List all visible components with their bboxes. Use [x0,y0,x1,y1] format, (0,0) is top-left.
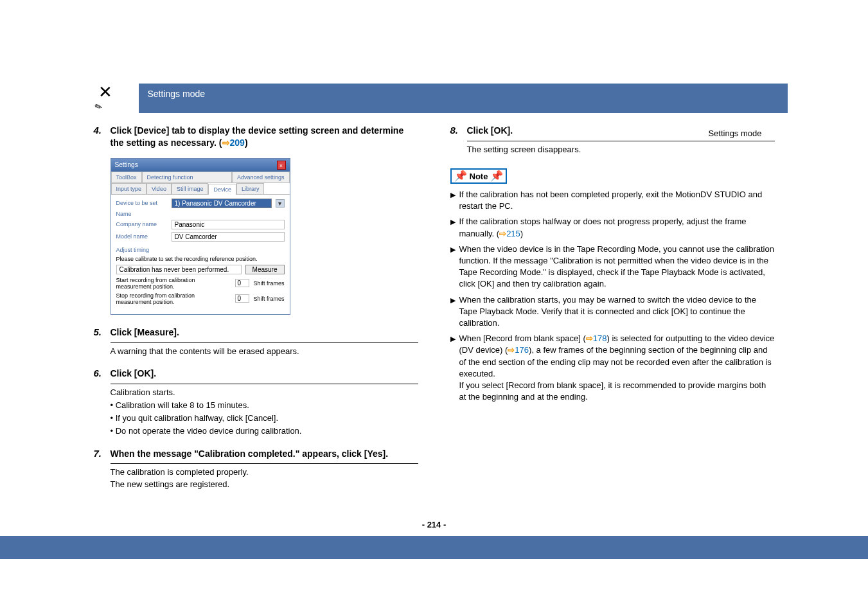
step7-line2: The new settings are registered. [111,479,418,490]
adjust-timing-label: Adjust timing [116,247,285,253]
step6-bullet2: • If you quit calibration halfway, click… [111,413,418,424]
step7-head: 7. When the message "Calibration complet… [94,448,418,460]
dialog-tabs-front: Input type Video Still image Device Libr… [111,183,290,195]
company-label: Company name [116,221,168,227]
document-page: Settings mode ✕ ✎ Settings mode 4. Click… [81,0,788,536]
tab-input-type[interactable]: Input type [111,183,147,194]
page-link-176[interactable]: 176 [515,345,529,355]
right-column: 8. Click [OK]. The setting screen disapp… [450,125,775,501]
lips-icon: ✕ [98,84,121,100]
note-badge: 📌 Note 📌 [450,168,508,184]
note4-text: When the calibration starts, you may be … [459,294,775,330]
page-link-209[interactable]: 209 [230,138,245,148]
footer-band [0,536,868,559]
triangle-bullet-icon: ▶ [450,296,457,305]
dialog-body: Device to be set 1) Panasonic DV Camcord… [111,195,290,314]
note-item: ▶ If the calibration stops halfway or do… [450,216,775,239]
note-item: ▶ If the calibration has not been comple… [450,189,775,212]
step4-title-post: ) [245,138,248,148]
dialog-titlebar: Settings × [111,159,290,172]
pushpin-icon: 📌 [454,171,467,181]
note5-a: When [Record from blank space] ( [459,333,586,343]
step5-title: Click [Measure]. [111,326,179,339]
step6-line1: Calibration starts. [111,387,418,398]
triangle-bullet-icon: ▶ [450,334,457,344]
company-input[interactable]: Panasonic [172,220,285,229]
tab-advanced-settings[interactable]: Advanced settings [232,172,290,182]
measure-button[interactable]: Measure [245,265,285,274]
note-label: Note [470,172,488,181]
left-column: 4. Click [Device] tab to display the dev… [94,125,418,501]
section-icon-col: ✕ ✎ [81,84,139,113]
content-columns: 4. Click [Device] tab to display the dev… [81,125,788,513]
tab-library[interactable]: Library [236,183,265,194]
note2-text: If the calibration stops halfway or does… [459,216,775,239]
dialog-title: Settings [115,161,138,168]
dialog-tabs-back: ToolBox Detecting function Advanced sett… [111,172,290,183]
step7-body: The calibration is completed properly. T… [111,463,418,490]
note-item: ▶ When [Record from blank space] (⇨178) … [450,333,775,403]
note3-text: When the video device is in the Tape Rec… [459,244,775,290]
settings-dialog: Settings × ToolBox Detecting function Ad… [111,158,290,315]
tab-device[interactable]: Device [208,184,236,195]
pushpin-icon: 📌 [490,171,503,181]
page-number: - 214 - [81,520,788,536]
stop-recording-label: Stop recording from calibration measurem… [116,292,232,305]
tab-video[interactable]: Video [146,183,172,194]
step7-title: When the message "Calibration completed.… [111,448,389,460]
triangle-bullet-icon: ▶ [450,245,457,254]
device-select[interactable]: 1) Panasonic DV Camcorder [172,199,272,208]
model-label: Model name [116,233,168,240]
step-number: 6. [94,368,105,378]
step6-head: 6. Click [OK]. [94,368,418,380]
step-number: 8. [450,125,462,136]
calibration-status: Calibration has never been performed. [116,265,242,274]
section-title-band: Settings mode [139,84,788,113]
stop-shift-input[interactable]: 0 [235,294,249,303]
tab-detecting-function[interactable]: Detecting function [142,172,232,182]
step-number: 5. [94,326,105,337]
pen-icon: ✎ [93,100,104,113]
step6-title: Click [OK]. [111,368,157,380]
note-item: ▶ When the calibration starts, you may b… [450,294,775,330]
settings-dialog-screenshot: Settings × ToolBox Detecting function Ad… [111,158,418,315]
header-row: ✕ ✎ Settings mode [81,84,788,113]
step-number: 7. [94,448,105,459]
step5-head: 5. Click [Measure]. [94,326,418,339]
step4-title: Click [Device] tab to display the device… [111,125,418,149]
name-section-label: Name [116,211,285,217]
link-arrow-icon: ⇨ [586,333,593,343]
model-input[interactable]: DV Camcorder [172,232,285,242]
device-to-set-label: Device to be set [116,200,168,206]
settings-mode-icon: ✕ ✎ [98,84,121,111]
page-link-178[interactable]: 178 [593,333,607,343]
step8-title: Click [OK]. [467,125,513,137]
tab-still-image[interactable]: Still image [172,183,209,194]
close-icon[interactable]: × [277,161,286,170]
link-arrow-icon: ⇨ [222,138,230,148]
step6-bullet1: • Calibration will take 8 to 15 minutes. [111,400,418,411]
step8-body: The setting screen disappears. [467,141,775,155]
link-arrow-icon: ⇨ [499,229,506,238]
note2-post: ) [520,229,523,238]
step-number: 4. [94,125,105,136]
note-item: ▶ When the video device is in the Tape R… [450,244,775,290]
note5-d: If you select [Record from blank space],… [459,380,775,403]
step4-head: 4. Click [Device] tab to display the dev… [94,125,418,149]
link-arrow-icon: ⇨ [508,345,515,355]
start-recording-label: Start recording from calibration measure… [116,277,232,290]
tab-toolbox[interactable]: ToolBox [111,172,142,182]
step6-bullet3: • Do not operate the video device during… [111,425,418,437]
step6-body: Calibration starts. • Calibration will t… [111,384,418,438]
page-link-215[interactable]: 215 [506,229,520,238]
note1-text: If the calibration has not been complete… [459,189,775,212]
start-shift-input[interactable]: 0 [235,279,249,287]
device-select-value: 1) Panasonic DV Camcorder [175,200,256,207]
chevron-down-icon[interactable]: ▾ [276,199,285,208]
triangle-bullet-icon: ▶ [450,217,457,227]
step5-body: A warning that the contents will be eras… [111,342,418,357]
notes-list: ▶ If the calibration has not been comple… [450,189,775,403]
note5-text: When [Record from blank space] (⇨178) is… [459,333,775,403]
triangle-bullet-icon: ▶ [450,190,457,200]
shift-frames-label: Shift frames [253,280,284,287]
